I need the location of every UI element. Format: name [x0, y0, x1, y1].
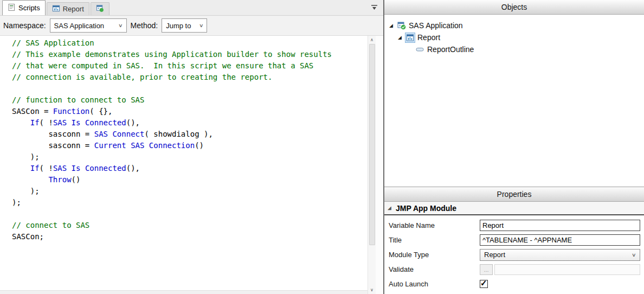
code-line: // function to connect to SAS — [12, 95, 368, 107]
tree-item-label: Report — [417, 33, 440, 42]
tree-item-report[interactable]: ◢ Report — [384, 31, 644, 43]
objects-tree: ◢ SAS Application ◢ — [384, 15, 644, 55]
expander-icon[interactable]: ◢ — [388, 23, 394, 28]
objects-section: Objects ◢ SAS Application — [384, 0, 644, 187]
tree-item-sas-application[interactable]: ◢ SAS Application — [384, 20, 644, 31]
code-line: ); — [12, 152, 368, 164]
title-input[interactable] — [480, 234, 640, 246]
code-line: SASCon = Function( {}, — [12, 107, 368, 118]
properties-section: Properties ◢ JMP App Module Variable Nam… — [384, 187, 644, 294]
namespace-select[interactable]: SAS Application ∨ — [50, 18, 127, 33]
method-select[interactable]: Jump to ∨ — [162, 18, 207, 33]
scroll-down-icon[interactable]: ∨ — [368, 286, 376, 294]
property-grid: Variable Name Title Module Type Re — [384, 215, 644, 291]
outline-box-icon — [415, 45, 424, 54]
tree-item-reportoutline[interactable]: ReportOutline — [384, 43, 644, 55]
method-value: Jump to — [166, 22, 191, 30]
code-lines: // SAS Application// This example demons… — [12, 39, 368, 244]
code-line — [12, 84, 368, 95]
code-line: // that were computed in SAS. In this sc… — [12, 61, 368, 73]
script-document-icon — [8, 3, 16, 13]
code-line: If( !SAS Is Connected(), — [12, 118, 368, 130]
chevron-down-icon: ∨ — [632, 252, 636, 258]
auto-launch-label: Auto Launch — [389, 280, 480, 288]
editor-wrap: // SAS Application// This example demons… — [0, 36, 383, 294]
validate-label: Validate — [389, 265, 480, 273]
code-editor[interactable]: // SAS Application// This example demons… — [0, 36, 368, 290]
title-label: Title — [389, 236, 480, 244]
scrollbar-thumb[interactable] — [369, 44, 375, 245]
chevron-down-icon: ∨ — [199, 23, 204, 28]
scripts-panel: Scripts Report — [0, 0, 383, 294]
tab-report-label: Report — [63, 5, 84, 13]
code-line — [12, 209, 368, 221]
collapse-group-icon[interactable]: ◢ — [387, 206, 392, 210]
code-line: ); — [12, 187, 368, 198]
tree-item-label: ReportOutline — [427, 45, 474, 54]
validate-browse-button[interactable]: ... — [480, 264, 493, 275]
sas-application-icon — [397, 21, 406, 30]
property-group-title: JMP App Module — [396, 204, 456, 213]
tree-item-label: SAS Application — [409, 21, 463, 30]
expander-icon[interactable]: ◢ — [397, 35, 403, 40]
property-row-auto-launch: Auto Launch ✓ — [384, 277, 644, 291]
app-window: Scripts Report — [0, 0, 644, 294]
property-row-title: Title — [384, 233, 644, 247]
tab-scripts[interactable]: Scripts — [2, 0, 46, 15]
code-line: sasconn = SAS Connect( showdialog ), — [12, 130, 368, 141]
objects-header: Objects — [384, 0, 644, 15]
tab-scripts-label: Scripts — [18, 4, 40, 12]
code-line: // connection is available, prior to cre… — [12, 73, 368, 84]
horizontal-scrollbar[interactable] — [0, 290, 368, 294]
inspector-panel: Objects ◢ SAS Application — [384, 0, 644, 294]
tab-application[interactable] — [91, 2, 110, 15]
variable-name-label: Variable Name — [389, 221, 480, 229]
tab-strip: Scripts Report — [0, 0, 383, 16]
check-icon: ✓ — [480, 278, 487, 288]
script-toolbar: Namespace: SAS Application ∨ Method: Jum… — [0, 16, 383, 36]
variable-name-input[interactable] — [480, 220, 640, 231]
code-line: // SAS Application — [12, 39, 368, 50]
module-type-label: Module Type — [389, 251, 480, 259]
auto-launch-checkbox[interactable]: ✓ — [480, 280, 488, 288]
chevron-down-icon: ∨ — [118, 23, 123, 28]
code-column: // SAS Application// This example demons… — [0, 36, 368, 294]
filter-icon[interactable] — [370, 4, 378, 11]
code-line: Throw() — [12, 175, 368, 187]
property-row-variable-name: Variable Name — [384, 218, 644, 233]
property-group-header[interactable]: ◢ JMP App Module — [384, 202, 644, 215]
report-window-icon — [405, 33, 415, 42]
namespace-value: SAS Application — [54, 22, 105, 30]
property-row-validate: Validate ... — [384, 262, 644, 277]
module-type-select[interactable]: Report ∨ — [480, 249, 640, 261]
code-line: SASCon; — [12, 232, 368, 244]
code-line: sasconn = Current SAS Connection() — [12, 141, 368, 152]
scroll-up-icon[interactable]: ∧ — [368, 36, 376, 44]
code-line: ); — [12, 198, 368, 209]
module-type-value: Report — [484, 251, 505, 259]
code-line: // connect to SAS — [12, 221, 368, 232]
report-window-icon — [52, 4, 60, 14]
vertical-scrollbar[interactable]: ∧ ∨ — [368, 36, 376, 294]
code-line: // This example demonstrates using Appli… — [12, 50, 368, 61]
tab-report[interactable]: Report — [47, 2, 89, 15]
application-builder-icon — [96, 4, 104, 14]
code-line: If( !SAS Is Connected(), — [12, 164, 368, 175]
namespace-label: Namespace: — [3, 21, 46, 30]
panel-gutter — [376, 36, 383, 294]
property-row-module-type: Module Type Report ∨ — [384, 247, 644, 262]
method-label: Method: — [131, 21, 158, 30]
validate-value-field — [494, 264, 640, 275]
properties-header: Properties — [384, 187, 644, 202]
